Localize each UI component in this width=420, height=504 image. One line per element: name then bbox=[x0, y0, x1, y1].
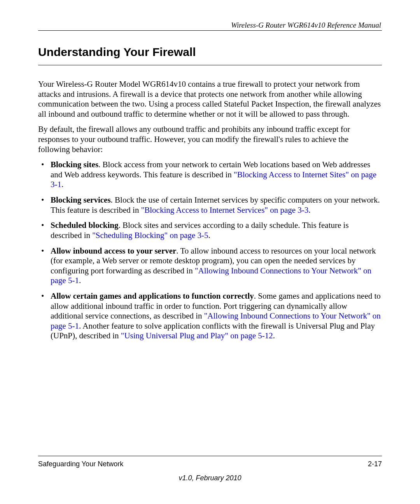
bullet-item: Allow certain games and applications to … bbox=[38, 291, 382, 341]
bullet-item: Blocking sites. Block access from your n… bbox=[38, 160, 382, 190]
bullet-text-post: . bbox=[79, 276, 81, 285]
bullet-lead: Scheduled blocking bbox=[51, 220, 118, 230]
bullet-list: Blocking sites. Block access from your n… bbox=[38, 160, 382, 341]
bullet-item: Scheduled blocking. Block sites and serv… bbox=[38, 220, 382, 240]
header-rule bbox=[38, 30, 382, 31]
section-title: Understanding Your Firewall bbox=[38, 46, 382, 60]
bullet-lead: Allow certain games and applications to … bbox=[51, 291, 254, 301]
footer-chapter: Safeguarding Your Network bbox=[38, 460, 123, 468]
page-footer: Safeguarding Your Network 2-17 bbox=[38, 456, 382, 468]
cross-reference-link[interactable]: "Using Universal Plug and Play" on page … bbox=[121, 331, 273, 340]
page: Wireless-G Router WGR614v10 Reference Ma… bbox=[0, 0, 420, 504]
bullet-text-post: . bbox=[208, 231, 210, 240]
title-rule bbox=[38, 65, 382, 65]
bullet-text-post: . bbox=[308, 205, 310, 215]
bullet-lead: Blocking services bbox=[51, 195, 111, 205]
bullet-lead: Blocking sites bbox=[51, 160, 98, 169]
footer-page-number: 2-17 bbox=[368, 460, 382, 468]
cross-reference-link[interactable]: "Blocking Access to Internet Services" o… bbox=[141, 205, 309, 215]
footer-rule bbox=[38, 456, 382, 456]
bullet-lead: Allow inbound access to your server bbox=[51, 246, 176, 256]
running-header: Wireless-G Router WGR614v10 Reference Ma… bbox=[38, 21, 382, 30]
cross-reference-link[interactable]: "Scheduling Blocking" on page 3-5 bbox=[92, 231, 208, 240]
bullet-item: Allow inbound access to your server. To … bbox=[38, 246, 382, 286]
bullet-text-post: . bbox=[273, 331, 275, 340]
bullet-text-post: . bbox=[61, 180, 63, 189]
footer-version: v1.0, February 2010 bbox=[38, 474, 382, 482]
intro-paragraph-2: By default, the firewall allows any outb… bbox=[38, 124, 382, 154]
intro-paragraph-1: Your Wireless-G Router Model WGR614v10 c… bbox=[38, 79, 382, 119]
bullet-item: Blocking services. Block the use of cert… bbox=[38, 195, 382, 215]
